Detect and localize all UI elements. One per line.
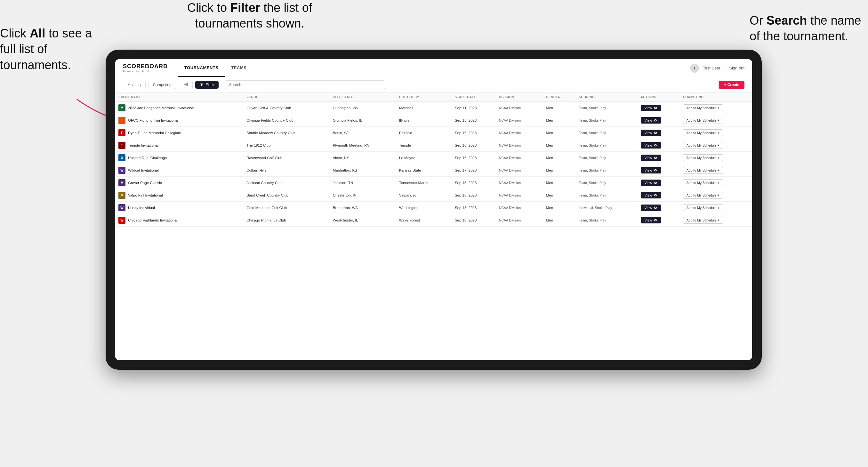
venue-cell: Jackson Country Club (243, 177, 330, 189)
competing-cell: Add to My Schedule + (680, 164, 752, 177)
table-row: W Wildcat Invitational Colbert HillsManh… (115, 164, 752, 177)
actions-cell: View (638, 189, 680, 201)
search-input[interactable] (225, 80, 385, 89)
division-cell: NCAA Division I (496, 214, 543, 227)
competing-cell: Add to My Schedule + (680, 127, 752, 139)
create-button[interactable]: + Create (719, 81, 744, 89)
city-state-cell: Westchester, IL (330, 214, 396, 227)
city-state-cell: Olympia Fields, IL (330, 114, 396, 127)
sign-out-link[interactable]: Sign out (729, 66, 744, 70)
event-name-cell: F Ryan T. Lee Memorial Collegiate (115, 127, 243, 139)
city-state-cell: Chesterton, IN (330, 189, 396, 201)
venue-cell: Shuttle Meadow Country Club (243, 127, 330, 139)
table-row: M 2023 Joe Feaganes Marshall Invitationa… (115, 102, 752, 114)
scoring-cell: Team, Stroke Play (576, 127, 637, 139)
view-button[interactable]: View (641, 130, 661, 136)
table-row: W Chicago Highlands Invitational Chicago… (115, 214, 752, 227)
hosted-by-cell: Temple (396, 139, 452, 152)
add-to-schedule-button[interactable]: Add to My Schedule + (683, 104, 723, 112)
venue-cell: Olympia Fields Country Club (243, 114, 330, 127)
actions-cell: View (638, 127, 680, 139)
team-logo: U (118, 154, 125, 161)
hosted-by-cell: Fairfield (396, 127, 452, 139)
gender-cell: Men (543, 177, 576, 189)
col-venue: VENUE (243, 93, 330, 102)
eye-icon (654, 168, 657, 172)
filter-button[interactable]: Filter (195, 81, 219, 89)
venue-cell: Guyan Golf & Country Club (243, 102, 330, 114)
view-button[interactable]: View (641, 117, 661, 124)
event-name-text: Upstate Dual Challenge (128, 156, 167, 160)
nav-tab-tournaments[interactable]: TOURNAMENTS (178, 59, 225, 77)
competing-cell: Add to My Schedule + (680, 201, 752, 214)
view-button[interactable]: View (641, 180, 661, 186)
view-button[interactable]: View (641, 105, 661, 111)
actions-cell: View (638, 164, 680, 177)
hosted-by-cell: Kansas State (396, 164, 452, 177)
eye-icon (654, 106, 657, 110)
table-row: V Valpo Fall Invitational Sand Creek Cou… (115, 189, 752, 201)
user-name: Test User (703, 66, 720, 70)
venue-cell: Chicago Highlands Club (243, 214, 330, 227)
tablet-frame: SCOREBOARD Powered by clippd TOURNAMENTS… (105, 50, 762, 370)
event-name-text: Wildcat Invitational (128, 168, 159, 172)
add-to-schedule-button[interactable]: Add to My Schedule + (683, 117, 723, 124)
venue-cell: The 1912 Club (243, 139, 330, 152)
division-cell: NCAA Division I (496, 177, 543, 189)
add-to-schedule-button[interactable]: Add to My Schedule + (683, 179, 723, 186)
col-competing: COMPETING (680, 93, 752, 102)
col-event-name: EVENT NAME (115, 93, 243, 102)
add-to-schedule-button[interactable]: Add to My Schedule + (683, 192, 723, 199)
view-button[interactable]: View (641, 155, 661, 161)
add-to-schedule-button[interactable]: Add to My Schedule + (683, 154, 723, 161)
user-avatar: T (690, 64, 699, 73)
eye-icon (654, 181, 657, 185)
hosted-by-cell: Washington (396, 201, 452, 214)
team-logo: W (118, 167, 125, 174)
hosting-tab[interactable]: Hosting (123, 81, 146, 89)
team-logo: F (118, 129, 125, 136)
col-city-state: CITY, STATE (330, 93, 396, 102)
all-tab[interactable]: All (179, 81, 193, 89)
competing-tab[interactable]: Competing (148, 81, 176, 89)
eye-icon (654, 206, 657, 210)
table-row: F Ryan T. Lee Memorial Collegiate Shuttl… (115, 127, 752, 139)
competing-cell: Add to My Schedule + (680, 189, 752, 201)
nav-tab-teams[interactable]: TEAMS (225, 59, 253, 77)
event-name-cell: T Temple Invitational (115, 139, 243, 152)
annotation-filter-bold: Filter (230, 1, 260, 14)
add-to-schedule-button[interactable]: Add to My Schedule + (683, 129, 723, 136)
col-gender: GENDER (543, 93, 576, 102)
hosted-by-cell: Tennessee-Martin (396, 177, 452, 189)
city-state-cell: Plymouth Meeting, PA (330, 139, 396, 152)
team-logo: V (118, 192, 125, 199)
start-date-cell: Sep 15, 2023 (452, 114, 496, 127)
hosted-by-cell: Le Moyne (396, 152, 452, 164)
add-to-schedule-button[interactable]: Add to My Schedule + (683, 204, 723, 211)
scoring-cell: Team, Stroke Play (576, 152, 637, 164)
view-button[interactable]: View (641, 142, 661, 149)
start-date-cell: Sep 17, 2023 (452, 164, 496, 177)
view-button[interactable]: View (641, 217, 661, 223)
event-name-cell: W Wildcat Invitational (115, 164, 243, 177)
actions-cell: View (638, 139, 680, 152)
division-cell: NCAA Division I (496, 164, 543, 177)
gender-cell: Men (543, 189, 576, 201)
gender-cell: Men (543, 152, 576, 164)
view-button[interactable]: View (641, 192, 661, 198)
add-to-schedule-button[interactable]: Add to My Schedule + (683, 142, 723, 149)
event-name-text: 2023 Joe Feaganes Marshall Invitational (128, 106, 194, 110)
eye-icon (654, 131, 657, 135)
event-name-cell: I OFCC Fighting Illini Invitational (115, 114, 243, 127)
event-name-text: Valpo Fall Invitational (128, 193, 163, 197)
eye-icon (654, 156, 657, 160)
event-name-cell: W Husky Individual (115, 201, 243, 214)
app-header: SCOREBOARD Powered by clippd TOURNAMENTS… (115, 59, 752, 77)
city-state-cell: Berlin, CT (330, 127, 396, 139)
add-to-schedule-button[interactable]: Add to My Schedule + (683, 167, 723, 174)
team-logo: V (118, 179, 125, 186)
view-button[interactable]: View (641, 167, 661, 174)
view-button[interactable]: View (641, 205, 661, 211)
event-name-text: Grover Page Classic (128, 181, 162, 185)
add-to-schedule-button[interactable]: Add to My Schedule + (683, 217, 723, 224)
